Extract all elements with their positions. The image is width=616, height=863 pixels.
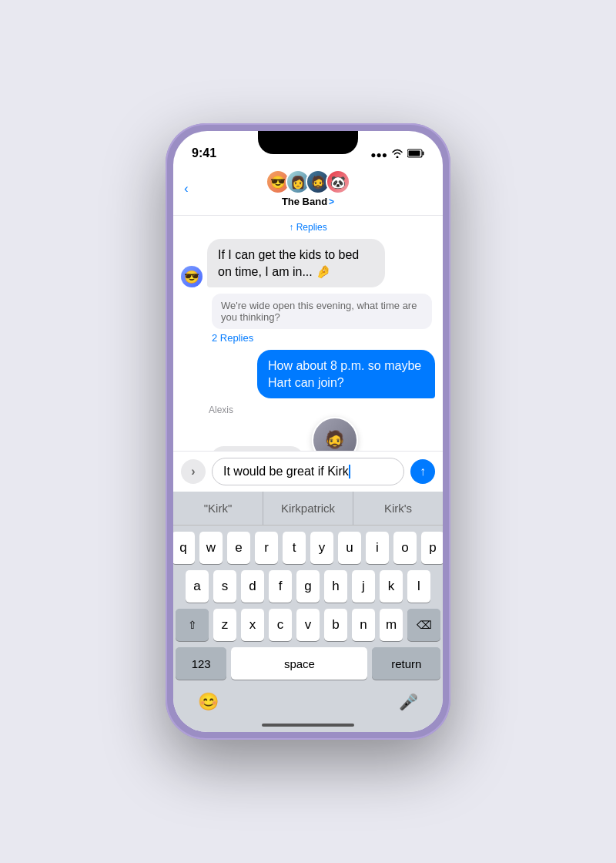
autocomplete-item-2[interactable]: Kirk's — [353, 492, 443, 525]
svg-rect-1 — [423, 152, 424, 156]
signal-icon: ●●● — [370, 149, 387, 160]
emoji-button[interactable]: 😊 — [198, 692, 219, 712]
autocomplete-item-0[interactable]: "Kirk" — [173, 492, 263, 525]
key-j[interactable]: j — [352, 570, 375, 603]
group-name: The Band — [282, 196, 327, 207]
keyboard: q w e r t y u i o p a s d f g h j — [173, 526, 443, 689]
key-l[interactable]: l — [407, 570, 430, 603]
key-a[interactable]: a — [186, 570, 209, 603]
send-icon: ↑ — [420, 465, 426, 479]
mic-button[interactable]: 🎤 — [399, 693, 418, 711]
key-row-1: q w e r t y u i o p — [176, 532, 440, 564]
key-p[interactable]: p — [421, 532, 443, 564]
key-n[interactable]: n — [352, 609, 375, 641]
alexis-kirk-section: Alexis A Works for us! 🧔 Kirk — [181, 405, 435, 451]
key-row-4: 123 space return — [176, 647, 440, 680]
key-f[interactable]: f — [269, 570, 292, 603]
input-area: › It would be great if Kirk ↑ — [173, 451, 443, 492]
key-u[interactable]: u — [338, 532, 361, 564]
key-h[interactable]: h — [324, 570, 347, 603]
delete-key[interactable]: ⌫ — [407, 609, 440, 641]
phone-screen: 9:41 ●●● ‹ 😎 👩 🧔 🐼 — [173, 131, 443, 732]
cursor — [349, 465, 350, 479]
key-c[interactable]: c — [269, 609, 292, 641]
messages-area: ↑ Replies 😎 If I can get the kids to bed… — [173, 216, 443, 451]
key-t[interactable]: t — [283, 532, 306, 564]
key-b[interactable]: b — [324, 609, 347, 641]
input-text: It would be great if Kirk — [223, 465, 349, 479]
home-indicator — [173, 718, 443, 732]
thread-section: We're wide open this evening, what time … — [212, 294, 432, 344]
battery-icon — [407, 149, 424, 160]
key-row-3: ⇧ z x c v b n m ⌫ — [176, 609, 440, 641]
key-k[interactable]: k — [380, 570, 403, 603]
reply-count[interactable]: 2 Replies — [212, 332, 432, 344]
key-row-2: a s d f g h j k l — [176, 570, 440, 603]
key-g[interactable]: g — [296, 570, 320, 603]
autocomplete-label-0: "Kirk" — [204, 502, 232, 515]
message-row-1: 😎 If I can get the kids to bed on time, … — [181, 239, 435, 287]
nav-bar: ‹ 😎 👩 🧔 🐼 The Band > — [173, 165, 443, 216]
key-d[interactable]: d — [241, 570, 264, 603]
mention-card-kirk[interactable]: 🧔 Kirk — [312, 417, 358, 451]
nav-title[interactable]: The Band > — [282, 196, 334, 207]
bubble-3-text: How about 8 p.m. so maybe Hart can join? — [268, 359, 421, 389]
bubble-3: How about 8 p.m. so maybe Hart can join? — [257, 350, 435, 398]
status-icons: ●●● — [370, 149, 424, 160]
nav-chevron: > — [329, 196, 334, 207]
bubble-1-text: If I can get the kids to bed on time, I … — [218, 248, 359, 278]
sender-label-alexis: Alexis — [181, 405, 435, 415]
avatar-group: 😎 👩 🧔 🐼 — [266, 170, 350, 194]
expand-icon: › — [191, 465, 195, 479]
key-q[interactable]: q — [173, 532, 195, 564]
return-key[interactable]: return — [372, 647, 440, 680]
home-bar — [262, 724, 354, 727]
status-time: 9:41 — [192, 146, 216, 160]
send-button[interactable]: ↑ — [410, 459, 435, 484]
key-v[interactable]: v — [296, 609, 320, 641]
back-button[interactable]: ‹ — [184, 181, 189, 196]
autocomplete-label-2: Kirk's — [384, 502, 412, 515]
quoted-text: We're wide open this evening, what time … — [221, 300, 417, 323]
key-m[interactable]: m — [380, 609, 403, 641]
shift-key[interactable]: ⇧ — [176, 609, 209, 641]
top-replies-link[interactable]: ↑ Replies — [181, 222, 435, 233]
works-row: A Works for us! 🧔 Kirk — [181, 417, 435, 451]
svg-rect-2 — [409, 151, 420, 156]
nav-avatars[interactable]: 😎 👩 🧔 🐼 The Band > — [266, 170, 350, 207]
message-input[interactable]: It would be great if Kirk — [212, 458, 404, 485]
sender-avatar-1: 😎 — [181, 266, 203, 287]
phone-frame: 9:41 ●●● ‹ 😎 👩 🧔 🐼 — [166, 123, 450, 740]
kirk-avatar: 🧔 — [312, 417, 358, 451]
autocomplete-bar: "Kirk" Kirkpatrick Kirk's — [173, 492, 443, 526]
key-o[interactable]: o — [393, 532, 417, 564]
expand-button[interactable]: › — [181, 459, 206, 484]
message-row-3: How about 8 p.m. so maybe Hart can join? — [181, 350, 435, 398]
bottom-bar: 😊 🎤 — [173, 689, 443, 718]
num-key[interactable]: 123 — [176, 647, 226, 680]
key-w[interactable]: w — [199, 532, 223, 564]
key-x[interactable]: x — [241, 609, 264, 641]
key-y[interactable]: y — [310, 532, 333, 564]
wifi-icon — [391, 149, 403, 160]
quoted-message: We're wide open this evening, what time … — [212, 294, 432, 329]
bubble-1: If I can get the kids to bed on time, I … — [207, 239, 385, 287]
key-r[interactable]: r — [255, 532, 278, 564]
key-e[interactable]: e — [227, 532, 250, 564]
autocomplete-item-1[interactable]: Kirkpatrick — [263, 492, 353, 525]
key-i[interactable]: i — [366, 532, 389, 564]
key-s[interactable]: s — [213, 570, 236, 603]
avatar-4: 🐼 — [326, 170, 350, 194]
autocomplete-label-1: Kirkpatrick — [281, 502, 335, 515]
notch — [258, 131, 358, 154]
space-key[interactable]: space — [231, 647, 367, 680]
key-z[interactable]: z — [213, 609, 236, 641]
